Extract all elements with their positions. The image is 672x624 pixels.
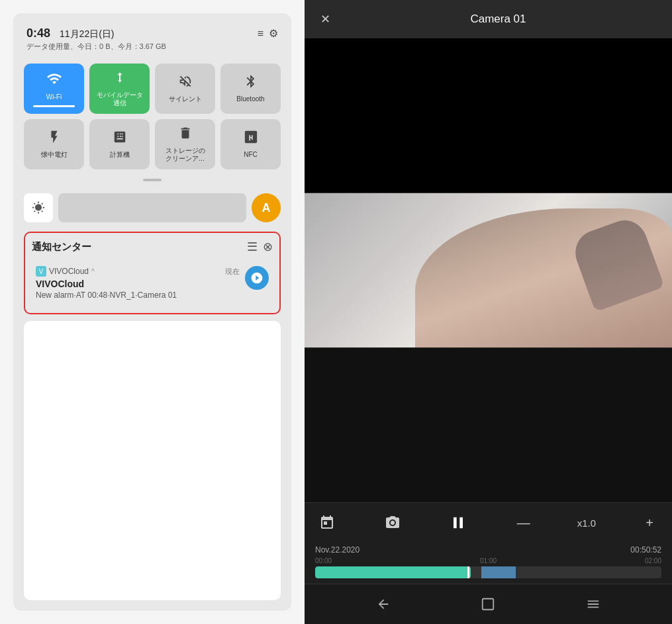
notification-center: 通知センター ☰ ⊗ V VIVOCloud ^ 現在 <box>24 232 281 314</box>
svg-rect-0 <box>483 599 494 610</box>
camera-close-button[interactable]: ✕ <box>315 9 335 29</box>
list-icon: ≡ <box>258 28 264 40</box>
qs-flashlight-tile[interactable]: 懐中電灯 <box>24 119 84 169</box>
left-panel: 0:48 11月22日(日) ≡ ⚙ データ使用量、今日：0 B、今月：3.67… <box>0 0 305 624</box>
bottom-navigation <box>305 584 672 624</box>
timeline-labels: Nov.22.2020 00:50:52 <box>315 545 661 555</box>
minus-label: — <box>517 515 530 531</box>
timeline-date: Nov.22.2020 <box>315 545 360 555</box>
timeline-cursor <box>467 566 469 578</box>
bluetooth-label: Bluetooth <box>236 95 264 103</box>
camera-title: Camera 01 <box>335 13 661 26</box>
qs-storage-tile[interactable]: ストレージのクリーンア... <box>155 119 215 169</box>
right-panel: ✕ Camera 01 — <box>305 0 672 624</box>
user-button[interactable]: A <box>252 193 281 222</box>
tick-2: 02:00 <box>645 557 661 564</box>
timeline-segment <box>481 566 516 578</box>
vivocloud-action-icon[interactable] <box>245 266 269 290</box>
camera-feed-2 <box>305 193 672 348</box>
quick-settings-grid: Wi-Fi モバイルデータ通信 <box>24 64 281 169</box>
back-button[interactable] <box>370 591 397 617</box>
speed-increase-button[interactable]: + <box>638 511 661 535</box>
snapshot-button[interactable] <box>381 511 405 535</box>
timeline-progress <box>315 566 471 578</box>
hand-visual <box>305 193 672 347</box>
mobile-label: モバイルデータ通信 <box>97 91 143 107</box>
camera-controls: — x1.0 + <box>305 503 672 543</box>
qs-nfc-tile[interactable]: NFC <box>220 119 281 169</box>
notif-header: 通知センター ☰ ⊗ <box>32 240 273 254</box>
wifi-icon <box>46 71 62 91</box>
notif-close-icon[interactable]: ⊗ <box>263 240 273 254</box>
notif-settings-icon[interactable]: ☰ <box>247 240 258 254</box>
recents-button[interactable] <box>580 591 606 617</box>
speed-decrease-button[interactable]: — <box>512 511 536 535</box>
vivocloud-app-icon: V <box>36 266 46 277</box>
mobile-data-icon <box>113 70 127 89</box>
playback-speed: x1.0 <box>577 517 596 529</box>
home-button[interactable] <box>475 591 501 617</box>
plus-label: + <box>646 515 653 531</box>
phone-mockup: 0:48 11月22日(日) ≡ ⚙ データ使用量、今日：0 B、今月：3.67… <box>13 13 291 611</box>
empty-card <box>24 321 281 600</box>
calculator-label: 計算機 <box>110 151 130 159</box>
notif-app-label: VIVOCloud <box>49 267 89 276</box>
timeline-ticks: 00:00 01:00 02:00 <box>315 557 661 564</box>
pause-button[interactable] <box>446 511 470 535</box>
status-date: 11月22日(日) <box>60 28 114 40</box>
wifi-label: Wi-Fi <box>46 93 62 101</box>
camera-header: ✕ Camera 01 <box>305 0 672 38</box>
notif-item-content: V VIVOCloud ^ 現在 VIVOCloud New alarm·AT … <box>36 266 240 300</box>
qs-bluetooth-tile[interactable]: Bluetooth <box>220 64 281 114</box>
notif-header-actions: ☰ ⊗ <box>247 240 273 254</box>
silent-label: サイレント <box>169 95 202 103</box>
brightness-button[interactable] <box>24 193 53 222</box>
tick-1: 01:00 <box>480 557 497 564</box>
storage-icon <box>178 126 193 144</box>
data-usage: データ使用量、今日：0 B、今月：3.67 GB <box>26 42 278 52</box>
storage-label: ストレージのクリーンア... <box>166 147 205 163</box>
notif-main-title: VIVOCloud <box>36 279 240 289</box>
camera-feed-1 <box>305 38 672 193</box>
tick-0: 00:00 <box>315 557 332 564</box>
scroll-indicator <box>24 176 281 184</box>
camera-feeds <box>305 38 672 503</box>
notif-time: 現在 <box>225 267 240 277</box>
settings-icon: ⚙ <box>269 27 278 40</box>
notif-center-title: 通知センター <box>32 241 91 253</box>
flashlight-label: 懐中電灯 <box>41 151 68 159</box>
status-time: 0:48 <box>26 26 50 40</box>
flashlight-icon <box>47 130 62 148</box>
notif-item-vivocloud[interactable]: V VIVOCloud ^ 現在 VIVOCloud New alarm·AT … <box>32 261 273 305</box>
qs-calculator-tile[interactable]: 計算機 <box>89 119 150 169</box>
notif-app-row: V VIVOCloud ^ 現在 <box>36 266 240 277</box>
timeline-current-time: 00:50:52 <box>630 545 661 555</box>
qs-mobile-tile[interactable]: モバイルデータ通信 <box>89 64 150 114</box>
calendar-button[interactable] <box>315 511 339 535</box>
silent-icon <box>178 74 193 93</box>
notif-body: New alarm·AT 00:48·NVR_1·Camera 01 <box>36 290 240 300</box>
calculator-icon <box>113 130 127 148</box>
nfc-icon <box>244 130 258 148</box>
brightness-row: A <box>24 191 281 225</box>
status-icons: ≡ ⚙ <box>258 27 278 40</box>
brightness-bar[interactable] <box>58 193 246 222</box>
qs-silent-tile[interactable]: サイレント <box>155 64 215 114</box>
notif-app-arrow: ^ <box>91 268 95 275</box>
timeline: Nov.22.2020 00:50:52 00:00 01:00 02:00 <box>305 543 672 584</box>
notif-app-name-row: V VIVOCloud ^ <box>36 266 95 277</box>
timeline-bar[interactable] <box>315 566 661 578</box>
nfc-label: NFC <box>244 151 258 159</box>
scroll-dot <box>143 179 162 181</box>
camera-feed-3 <box>305 348 672 503</box>
status-bar: 0:48 11月22日(日) ≡ ⚙ データ使用量、今日：0 B、今月：3.67… <box>24 24 281 57</box>
qs-wifi-tile[interactable]: Wi-Fi <box>24 64 84 114</box>
bluetooth-icon <box>244 74 258 93</box>
